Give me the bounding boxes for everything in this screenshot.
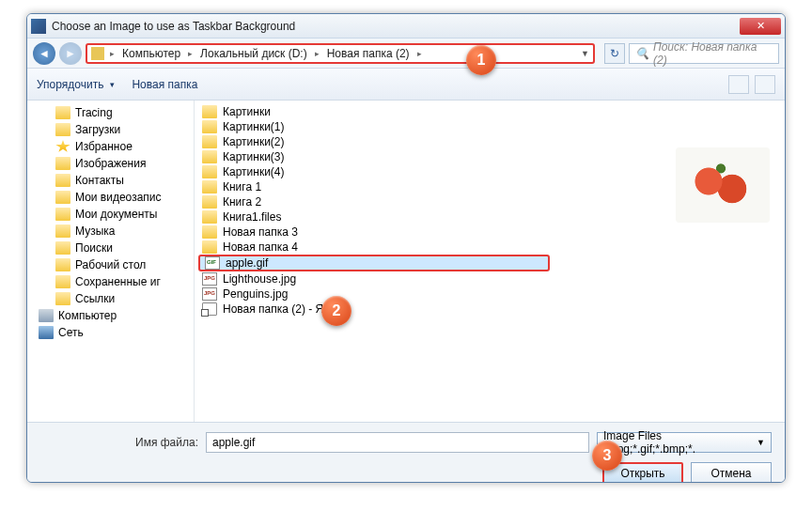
toolbar: Упорядочить Новая папка (27, 69, 785, 101)
file-dialog: Choose an Image to use as Taskbar Backgr… (26, 13, 786, 483)
breadcrumb-item[interactable]: Новая папка (2) (325, 47, 412, 60)
folder-icon (202, 180, 217, 194)
chevron-right-icon: ▸ (311, 49, 323, 58)
tree-item[interactable]: Рабочий стол (27, 256, 194, 273)
folder-icon (39, 326, 54, 339)
gif-icon (205, 256, 220, 270)
folder-icon (202, 225, 217, 239)
tree-label: Мои документы (75, 208, 157, 221)
tree-item[interactable]: Tracing (27, 104, 194, 121)
tree-item[interactable]: Мои видеозапис (27, 189, 194, 206)
tree-item[interactable]: Сеть (27, 324, 194, 341)
folder-icon (55, 174, 70, 187)
folder-icon (55, 208, 70, 221)
tree-label: Мои видеозапис (75, 191, 162, 204)
tree-label: Поиски (75, 241, 113, 255)
help-button[interactable] (755, 75, 775, 94)
file-row[interactable]: Картинки(3) (195, 149, 663, 164)
address-bar[interactable]: ▸ Компьютер ▸ Локальный диск (D:) ▸ Нова… (86, 43, 595, 64)
file-row[interactable]: Книга1.files (195, 209, 663, 225)
tree-label: Сеть (58, 326, 84, 339)
file-row[interactable]: Картинки(4) (195, 164, 663, 179)
tree-label: Контакты (75, 174, 124, 187)
back-button[interactable]: ◄ (33, 42, 55, 65)
folder-icon (202, 120, 217, 133)
tree-item[interactable]: Музыка (27, 223, 194, 240)
tree-label: Компьютер (58, 309, 117, 322)
callout-3: 3 (592, 441, 622, 471)
file-row[interactable]: Новая папка 4 (195, 240, 663, 255)
search-placeholder: Поиск: Новая папка (2) (653, 40, 773, 67)
dropdown-icon[interactable]: ▼ (581, 49, 589, 58)
folder-icon (55, 140, 70, 153)
tree-item[interactable]: Поиски (27, 240, 194, 256)
file-row[interactable]: Книга 1 (195, 179, 663, 194)
folder-icon (55, 123, 70, 136)
tree-item[interactable]: Сохраненные иг (27, 273, 194, 290)
file-row[interactable]: Новая папка 3 (195, 225, 663, 240)
file-name: Новая папка 3 (223, 225, 298, 239)
new-folder-button[interactable]: Новая папка (132, 78, 197, 91)
tree-item[interactable]: Компьютер (27, 307, 194, 324)
folder-icon (55, 241, 70, 255)
filename-label: Имя файла: (40, 436, 198, 449)
breadcrumb-item[interactable]: Компьютер (120, 47, 182, 60)
folder-icon (202, 105, 217, 118)
file-row[interactable]: Картинки (195, 104, 663, 119)
nav-tree[interactable]: TracingЗагрузкиИзбранноеИзображенияКонта… (27, 101, 195, 422)
navbar: ◄ ► ▸ Компьютер ▸ Локальный диск (D:) ▸ … (27, 39, 785, 69)
callout-2: 2 (321, 296, 351, 326)
tree-item[interactable]: Контакты (27, 172, 194, 189)
tree-item[interactable]: Ссылки (27, 290, 194, 307)
search-input[interactable]: 🔍 Поиск: Новая папка (2) (629, 43, 779, 64)
jpg-icon (202, 287, 217, 301)
chevron-right-icon: ▸ (184, 49, 196, 58)
folder-icon (202, 240, 217, 254)
folder-icon (202, 150, 217, 163)
file-row[interactable]: Картинки(1) (195, 119, 663, 134)
folder-icon (55, 275, 70, 288)
folder-icon (39, 309, 54, 322)
tree-label: Изображения (75, 157, 146, 170)
folder-icon (55, 258, 70, 271)
dialog-footer: Имя файла: Image Files (*.jpg;*.gif;*.bm… (27, 422, 785, 483)
close-button[interactable]: ✕ (740, 18, 781, 35)
tree-label: Рабочий стол (75, 258, 146, 271)
shortcut-icon (202, 302, 217, 316)
tree-label: Музыка (75, 225, 115, 238)
preview-image (676, 147, 770, 223)
file-name: Картинки(4) (223, 165, 285, 178)
tree-item[interactable]: Избранное (27, 138, 194, 155)
tree-item[interactable]: Изображения (27, 155, 194, 172)
tree-label: Tracing (75, 106, 113, 119)
file-row[interactable]: Картинки(2) (195, 134, 663, 149)
folder-icon (55, 106, 70, 119)
filetype-select[interactable]: Image Files (*.jpg;*.gif;*.bmp;*. ▼ (597, 432, 772, 453)
file-row[interactable]: Книга 2 (195, 194, 663, 209)
folder-icon (202, 135, 217, 148)
breadcrumb-item[interactable]: Локальный диск (D:) (198, 47, 309, 60)
file-name: Картинки(1) (223, 120, 285, 133)
tree-item[interactable]: Мои документы (27, 206, 194, 223)
file-row[interactable]: Новая папка (2) - Ярлык (195, 302, 663, 317)
tree-item[interactable]: Загрузки (27, 121, 194, 138)
file-name: Penguins.jpg (223, 287, 288, 301)
file-row[interactable]: Lighthouse.jpg (195, 271, 663, 286)
refresh-button[interactable]: ↻ (604, 43, 625, 64)
organize-menu[interactable]: Упорядочить (37, 78, 115, 91)
tree-label: Загрузки (75, 123, 120, 136)
file-name: Новая папка 4 (223, 240, 298, 254)
forward-button[interactable]: ► (59, 42, 82, 65)
file-name: Картинки (223, 105, 271, 118)
tree-label: Сохраненные иг (75, 275, 161, 288)
folder-icon (55, 225, 70, 238)
file-row[interactable]: apple.gif (198, 255, 550, 271)
chevron-right-icon: ▸ (414, 49, 426, 58)
view-button[interactable] (728, 75, 749, 94)
file-list[interactable]: КартинкиКартинки(1)Картинки(2)Картинки(3… (195, 101, 663, 422)
filename-input[interactable] (206, 432, 589, 453)
tree-label: Ссылки (75, 292, 115, 305)
file-row[interactable]: Penguins.jpg (195, 286, 663, 302)
cancel-button[interactable]: Отмена (691, 462, 772, 483)
preview-pane (663, 101, 785, 422)
